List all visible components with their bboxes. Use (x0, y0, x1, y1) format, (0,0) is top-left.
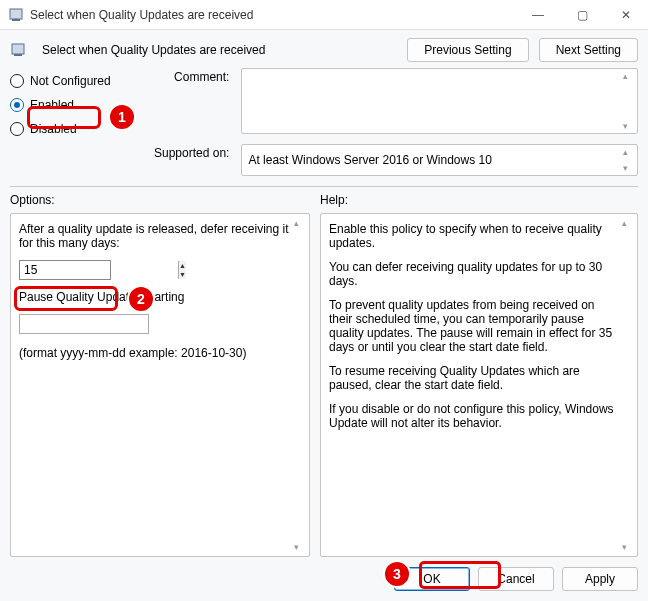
defer-label: After a quality update is released, defe… (19, 222, 293, 250)
help-text: Enable this policy to specify when to re… (329, 222, 621, 250)
previous-setting-button[interactable]: Previous Setting (407, 38, 528, 62)
minimize-button[interactable]: — (516, 0, 560, 30)
scrollbar[interactable]: ▴▾ (622, 218, 634, 552)
close-button[interactable]: ✕ (604, 0, 648, 30)
supported-value: At least Windows Server 2016 or Windows … (248, 153, 491, 167)
radio-label: Disabled (30, 122, 77, 136)
content-area: Select when Quality Updates are received… (0, 30, 648, 601)
gpedit-icon (10, 42, 26, 58)
apply-button[interactable]: Apply (562, 567, 638, 591)
options-panel: After a quality update is released, defe… (10, 213, 310, 557)
comment-textarea[interactable]: ▴▾ (241, 68, 638, 134)
spinner-down-icon[interactable]: ▼ (179, 270, 186, 279)
supported-box: At least Windows Server 2016 or Windows … (241, 144, 638, 176)
scrollbar[interactable]: ▴▾ (294, 218, 306, 552)
radio-icon (10, 122, 24, 136)
comment-label: Comment: (154, 68, 229, 84)
svg-rect-0 (10, 9, 22, 19)
svg-rect-1 (12, 19, 20, 21)
window-title: Select when Quality Updates are received (30, 8, 516, 22)
radio-not-configured[interactable]: Not Configured (10, 74, 150, 88)
scrollbar[interactable]: ▴▾ (623, 147, 635, 173)
pause-start-input[interactable] (19, 314, 149, 334)
separator (10, 186, 638, 187)
radio-icon (10, 74, 24, 88)
ok-button[interactable]: OK (394, 567, 470, 591)
defer-days-spinner[interactable]: ▲ ▼ (19, 260, 111, 280)
header-title: Select when Quality Updates are received (42, 43, 397, 57)
scrollbar[interactable]: ▴▾ (623, 71, 635, 131)
radio-enabled[interactable]: Enabled (10, 98, 150, 112)
svg-rect-2 (12, 44, 24, 54)
maximize-button[interactable]: ▢ (560, 0, 604, 30)
help-text: To resume receiving Quality Updates whic… (329, 364, 621, 392)
format-hint: (format yyyy-mm-dd example: 2016-10-30) (19, 346, 293, 360)
help-text: To prevent quality updates from being re… (329, 298, 621, 354)
help-text: If you disable or do not configure this … (329, 402, 621, 430)
gpedit-icon (8, 7, 24, 23)
supported-label: Supported on: (154, 144, 229, 160)
radio-label: Enabled (30, 98, 74, 112)
cancel-button[interactable]: Cancel (478, 567, 554, 591)
title-bar: Select when Quality Updates are received… (0, 0, 648, 30)
help-text: You can defer receiving quality updates … (329, 260, 621, 288)
radio-icon (10, 98, 24, 112)
radio-label: Not Configured (30, 74, 111, 88)
pause-label: Pause Quality Updates starting (19, 290, 293, 304)
options-label: Options: (10, 193, 320, 207)
radio-disabled[interactable]: Disabled (10, 122, 150, 136)
svg-rect-3 (14, 54, 22, 56)
spinner-up-icon[interactable]: ▲ (179, 261, 186, 270)
next-setting-button[interactable]: Next Setting (539, 38, 638, 62)
help-panel: Enable this policy to specify when to re… (320, 213, 638, 557)
defer-days-input[interactable] (20, 261, 178, 279)
help-label: Help: (320, 193, 348, 207)
